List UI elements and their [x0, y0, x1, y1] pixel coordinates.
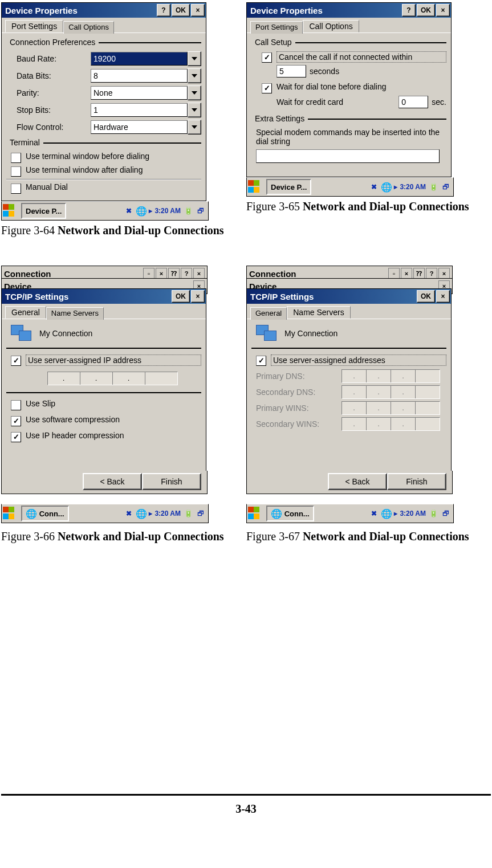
close-button[interactable]: × [191, 4, 205, 17]
ok-button[interactable]: OK [172, 290, 190, 303]
network-icon[interactable]: 🌐 [381, 182, 392, 192]
tab-general[interactable]: General [5, 306, 46, 319]
tray-icon[interactable]: 🔋 [183, 206, 193, 216]
flow-control-combo[interactable]: Hardware [91, 120, 201, 135]
checkbox-ip-header-compression[interactable] [11, 432, 21, 442]
system-tray: ✖ 🌐 ▸ 3:20 AM 🔋 🗗 [369, 182, 452, 192]
figure-caption: Figure 3-64 Network and Dial-up Connecti… [1, 224, 229, 237]
taskbar: 🌐 Conn... ✖ 🌐 ▸ 3:20 AM 🔋 🗗 [246, 504, 454, 523]
tray-icon[interactable]: ✖ [369, 508, 379, 519]
secondary-wins-input: ... [341, 417, 440, 431]
chevron-down-icon[interactable] [188, 120, 201, 135]
start-button[interactable] [248, 507, 264, 520]
device-properties-window-call: Device Properties ? OK × Port Settings C… [246, 2, 452, 177]
baud-rate-combo[interactable]: 19200 [91, 51, 201, 66]
start-button[interactable] [248, 180, 264, 194]
seconds-label: seconds [310, 67, 339, 76]
checkbox-cancel-call[interactable] [262, 52, 272, 63]
checkbox-wait-dialtone[interactable] [262, 83, 272, 93]
tray-icon[interactable]: ✖ [369, 182, 379, 192]
primary-wins-input: ... [341, 401, 440, 415]
credit-card-input[interactable]: 0 [399, 96, 428, 108]
checkbox-server-addresses[interactable] [256, 356, 266, 366]
chevron-down-icon[interactable] [188, 51, 201, 66]
checkbox-manual-dial[interactable] [11, 184, 21, 194]
network-icon[interactable]: 🌐 [136, 206, 147, 216]
task-button[interactable]: Device P... [21, 203, 66, 219]
tab-port-settings[interactable]: Port Settings [250, 21, 303, 34]
tray-icon[interactable]: ✖ [124, 508, 134, 519]
help-button[interactable]: ? [157, 4, 170, 17]
window-title: Device Properties [248, 6, 401, 15]
close-button[interactable]: × [436, 4, 450, 17]
start-button[interactable] [3, 507, 19, 520]
tray-icon[interactable]: ✖ [124, 206, 134, 216]
help-button[interactable]: ? [402, 4, 416, 17]
clock: 3:20 AM [154, 207, 181, 215]
checkbox-server-ip[interactable] [11, 356, 21, 366]
ip-address-input[interactable]: ... [47, 372, 178, 385]
checkbox-server-addresses-label: Use server-assigned addresses [271, 354, 446, 366]
chevron-down-icon[interactable] [188, 103, 201, 117]
finish-button[interactable]: Finish [142, 473, 201, 490]
back-button[interactable]: < Back [83, 473, 142, 490]
page-number: 3-43 [235, 802, 257, 815]
ok-button[interactable]: OK [417, 4, 435, 17]
secondary-wins-label: Secondary WINS: [256, 419, 341, 429]
checkbox-use-slip-label: Use Slip [26, 399, 201, 408]
figure-caption: Figure 3-67 Network and Dial-up Connecti… [246, 530, 474, 543]
checkbox-use-slip[interactable] [11, 400, 21, 410]
tray-icon[interactable]: 🗗 [196, 206, 206, 216]
chevron-down-icon[interactable] [188, 68, 201, 83]
taskbar: Device P... ✖ 🌐 ▸ 3:20 AM 🔋 🗗 [1, 201, 209, 221]
finish-button[interactable]: Finish [387, 473, 446, 490]
primary-wins-label: Primary WINS: [256, 404, 341, 413]
close-button[interactable]: × [438, 268, 450, 279]
tray-arrow-icon: ▸ [394, 510, 397, 517]
chevron-down-icon[interactable] [188, 85, 201, 100]
tray-icon[interactable]: 🗗 [441, 508, 451, 519]
network-icon[interactable]: 🌐 [381, 508, 392, 519]
ok-button[interactable]: OK [172, 4, 190, 17]
secondary-dns-label: Secondary DNS: [256, 388, 341, 397]
tray-arrow-icon: ▸ [149, 510, 152, 517]
extra-settings-input[interactable] [256, 149, 440, 163]
tab-general[interactable]: General [250, 307, 287, 320]
mini-icon: × [156, 268, 167, 279]
tab-name-servers[interactable]: Name Servers [287, 306, 350, 319]
tray-icon[interactable]: 🔋 [428, 182, 438, 192]
start-button[interactable] [3, 204, 19, 218]
credit-card-unit: sec. [432, 97, 446, 107]
stop-bits-combo[interactable]: 1 [91, 103, 201, 117]
ok-button[interactable]: OK [417, 290, 435, 303]
close-button[interactable]: × [191, 290, 205, 303]
group-terminal: Terminal [10, 138, 40, 147]
back-button[interactable]: < Back [328, 473, 387, 490]
tray-icon[interactable]: 🔋 [183, 508, 193, 519]
tab-port-settings[interactable]: Port Settings [5, 20, 63, 32]
network-icon[interactable]: 🌐 [136, 508, 147, 519]
task-button[interactable]: 🌐 Conn... [266, 506, 314, 521]
checkbox-software-compression[interactable] [11, 416, 21, 426]
tab-call-options[interactable]: Call Options [303, 20, 359, 32]
task-button[interactable]: Device P... [266, 179, 311, 195]
mini-icon: ⁇ [413, 268, 425, 279]
tab-call-options[interactable]: Call Options [63, 21, 114, 34]
parity-combo[interactable]: None [91, 85, 201, 100]
close-button[interactable]: × [436, 290, 450, 303]
parity-value: None [91, 86, 188, 100]
close-button[interactable]: × [193, 268, 205, 279]
task-button[interactable]: 🌐 Conn... [21, 506, 69, 521]
help-button[interactable]: ? [181, 268, 192, 279]
tray-icon[interactable]: 🗗 [196, 508, 206, 519]
tray-arrow-icon: ▸ [394, 183, 397, 191]
checkbox-before-dialing[interactable] [11, 153, 21, 163]
tray-icon[interactable]: 🔋 [428, 508, 438, 519]
checkbox-after-dialing[interactable] [11, 166, 21, 177]
data-bits-combo[interactable]: 8 [91, 68, 201, 83]
seconds-input[interactable]: 5 [277, 65, 306, 78]
tab-name-servers[interactable]: Name Servers [46, 307, 104, 320]
tray-icon[interactable]: 🗗 [441, 182, 451, 192]
page-footer: 3-43 [1, 794, 491, 822]
help-button[interactable]: ? [426, 268, 437, 279]
